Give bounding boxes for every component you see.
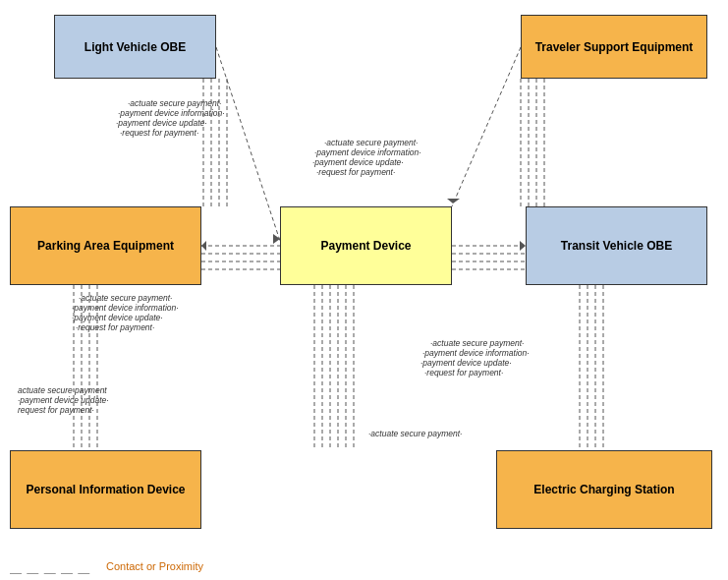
payment-device-label: Payment Device <box>320 239 411 253</box>
svg-text:·actuate secure payment·: ·actuate secure payment· <box>128 98 221 108</box>
svg-text:actuate secure payment: actuate secure payment <box>18 385 107 395</box>
svg-text:·payment device information·: ·payment device information· <box>72 303 179 313</box>
svg-text:·payment device update·: ·payment device update· <box>18 395 109 405</box>
svg-text:·payment device update·: ·payment device update· <box>72 313 163 322</box>
svg-text:·payment device update·: ·payment device update· <box>116 118 207 128</box>
diagram-container: ·actuate secure payment· ·payment device… <box>0 0 728 551</box>
svg-text:·actuate secure payment·: ·actuate secure payment· <box>324 138 418 147</box>
personal-info-label: Personal Information Device <box>26 483 185 496</box>
payment-device-node: Payment Device <box>280 206 452 285</box>
svg-marker-53 <box>447 199 460 203</box>
svg-text:·payment device information·: ·payment device information· <box>314 147 421 157</box>
svg-text:·payment device information·: ·payment device information· <box>118 108 225 118</box>
svg-text:·payment device update·: ·payment device update· <box>420 358 512 368</box>
electric-charging-node: Electric Charging Station <box>496 450 712 529</box>
transit-vehicle-node: Transit Vehicle OBE <box>526 206 707 285</box>
svg-text:·actuate secure payment·: ·actuate secure payment· <box>430 338 524 348</box>
svg-text:·request for payment·: ·request for payment· <box>76 322 154 332</box>
personal-info-node: Personal Information Device <box>10 450 201 529</box>
electric-charging-label: Electric Charging Station <box>533 483 674 496</box>
traveler-support-node: Traveler Support Equipment <box>521 15 707 79</box>
svg-text:·actuate secure payment·: ·actuate secure payment· <box>79 293 172 303</box>
svg-line-9 <box>452 47 521 206</box>
traveler-support-label: Traveler Support Equipment <box>535 40 694 54</box>
svg-text:·request for payment·: ·request for payment· <box>316 167 395 177</box>
svg-marker-54 <box>201 241 206 251</box>
svg-text:·request for payment·: ·request for payment· <box>424 368 503 377</box>
legend-description: Contact or Proximity <box>106 560 203 572</box>
svg-marker-52 <box>273 234 280 244</box>
svg-line-0 <box>216 47 280 241</box>
svg-text:·actuate secure payment·: ·actuate secure payment· <box>368 429 462 438</box>
svg-text:·payment device update·: ·payment device update· <box>312 157 404 167</box>
light-vehicle-node: Light Vehicle OBE <box>54 15 216 79</box>
svg-text:·request for payment·: ·request for payment· <box>120 128 198 138</box>
legend: — — — — — — Contact or Proximity <box>10 560 203 572</box>
light-vehicle-label: Light Vehicle OBE <box>84 40 186 54</box>
svg-text:·payment device information·: ·payment device information· <box>422 348 530 358</box>
parking-area-node: Parking Area Equipment <box>10 206 201 285</box>
svg-text:request for payment·: request for payment· <box>18 405 94 415</box>
transit-vehicle-label: Transit Vehicle OBE <box>561 239 672 253</box>
parking-area-label: Parking Area Equipment <box>37 239 174 253</box>
